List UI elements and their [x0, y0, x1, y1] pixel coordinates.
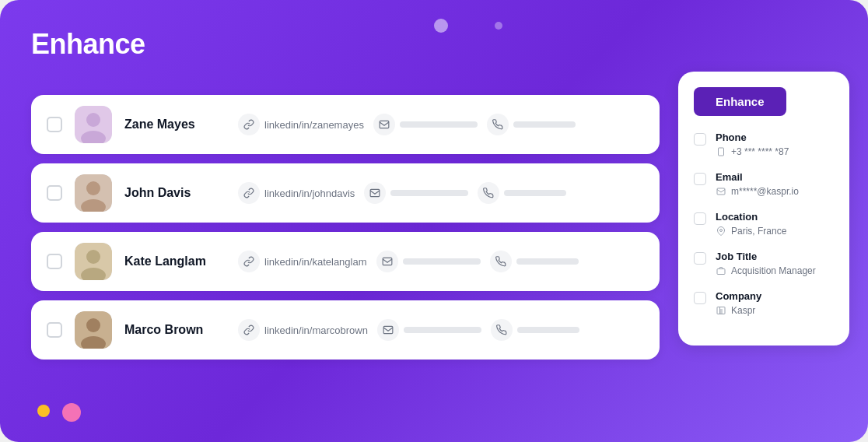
linkedin-item-3: linkedin/in/katelanglam [238, 251, 367, 272]
linkedin-item-4: linkedin/in/marcobrown [238, 319, 368, 341]
contact-name-3: Kate Langlam [124, 254, 226, 268]
linkedin-url-2: linkedin/in/johndavis [264, 188, 355, 199]
detail-jobtitle-value: Acquisition Manager [731, 265, 816, 276]
contact-card-4: Marco Brown linkedin/in/marcobrown [31, 300, 660, 360]
detail-phone-value-row: +3 *** **** *87 [716, 146, 834, 157]
decorative-dot-pink [62, 403, 81, 422]
contact-meta-3: linkedin/in/katelanglam [238, 251, 644, 272]
detail-location-content: Location Paris, France [716, 211, 834, 237]
contact-name-2: John Davis [124, 186, 226, 200]
svg-point-1 [86, 113, 100, 127]
detail-phone-checkbox[interactable] [694, 133, 706, 146]
contact-checkbox-3[interactable] [47, 254, 62, 269]
email-item-2 [364, 182, 468, 204]
decorative-dot-top-right [495, 22, 502, 30]
phone-bar-4 [517, 327, 579, 333]
contact-list: Zane Mayes linkedin/in/zanemayes [31, 95, 660, 360]
link-icon-3 [238, 251, 260, 272]
detail-email-value: m*****@kaspr.io [731, 186, 799, 197]
link-icon-1 [238, 114, 260, 135]
detail-phone-label: Phone [716, 132, 834, 143]
email-item-3 [376, 251, 481, 272]
contact-card-3: Kate Langlam linkedin/in/katelanglam [31, 232, 660, 291]
phone-item-4 [491, 319, 579, 341]
email-bar-2 [390, 190, 468, 196]
phone-bar-1 [513, 121, 576, 128]
contact-meta-4: linkedin/in/marcobrown [238, 319, 644, 341]
contact-checkbox-2[interactable] [47, 185, 62, 201]
link-icon-2 [238, 182, 260, 204]
app-container: Enhance Zane Mayes [0, 0, 868, 442]
detail-location-checkbox[interactable] [694, 212, 706, 225]
detail-jobtitle-value-row: Acquisition Manager [716, 265, 834, 276]
svg-rect-18 [717, 188, 725, 195]
svg-rect-3 [380, 121, 389, 128]
email-detail-icon [716, 186, 726, 197]
phone-icon-4 [491, 319, 513, 341]
email-icon-2 [364, 182, 386, 204]
email-item-1 [373, 114, 478, 135]
detail-jobtitle-content: Job Title Acquisition Manager [716, 251, 834, 276]
linkedin-url-3: linkedin/in/katelanglam [264, 256, 367, 268]
linkedin-url-1: linkedin/in/zanemayes [264, 119, 364, 131]
phone-icon-2 [478, 182, 499, 204]
detail-email-value-row: m*****@kaspr.io [716, 186, 834, 197]
svg-rect-15 [383, 326, 393, 333]
company-detail-icon [716, 305, 726, 316]
phone-icon-1 [487, 114, 509, 135]
detail-jobtitle-checkbox[interactable] [694, 252, 706, 265]
linkedin-item-2: linkedin/in/johndavis [238, 182, 355, 204]
contact-avatar-2 [75, 174, 112, 212]
detail-phone-section: Phone +3 *** **** *87 [694, 132, 834, 157]
contact-checkbox-1[interactable] [47, 117, 62, 132]
svg-point-19 [720, 230, 723, 232]
svg-rect-16 [719, 148, 724, 156]
phone-bar-2 [504, 190, 566, 196]
decorative-dot-yellow [37, 405, 50, 417]
linkedin-item-1: linkedin/in/zanemayes [238, 114, 364, 135]
phone-bar-3 [516, 258, 579, 265]
email-bar-1 [400, 121, 478, 128]
detail-phone-content: Phone +3 *** **** *87 [716, 132, 834, 157]
phone-icon-3 [490, 251, 512, 272]
detail-company-label: Company [716, 290, 834, 302]
detail-jobtitle-section: Job Title Acquisition Manager [694, 251, 834, 276]
detail-phone-value: +3 *** **** *87 [731, 146, 789, 157]
detail-company-value-row: Kaspr [716, 305, 834, 316]
contact-card-1: Zane Mayes linkedin/in/zanemayes [31, 95, 660, 154]
svg-point-9 [86, 250, 100, 264]
contact-name-4: Marco Brown [124, 323, 226, 337]
phone-detail-icon [716, 146, 726, 157]
svg-rect-11 [383, 258, 392, 265]
email-bar-3 [403, 258, 481, 265]
detail-email-content: Email m*****@kaspr.io [716, 171, 834, 197]
phone-item-1 [487, 114, 576, 135]
svg-rect-7 [371, 189, 380, 196]
contact-avatar-4 [75, 311, 112, 349]
contact-checkbox-4[interactable] [47, 322, 62, 338]
detail-company-value: Kaspr [731, 305, 755, 316]
contact-name-1: Zane Mayes [124, 118, 226, 132]
contact-avatar-3 [75, 243, 112, 280]
detail-jobtitle-label: Job Title [716, 251, 834, 262]
detail-company-content: Company Kaspr [716, 290, 834, 316]
contact-card-2: John Davis linkedin/in/johndavis [31, 163, 660, 223]
detail-email-label: Email [716, 171, 834, 183]
email-item-4 [377, 319, 481, 341]
detail-location-value: Paris, France [731, 226, 786, 237]
app-title: Enhance [31, 28, 145, 61]
detail-email-checkbox[interactable] [694, 173, 706, 185]
enhance-button[interactable]: Enhance [694, 87, 786, 116]
location-detail-icon [716, 226, 726, 237]
contact-meta-2: linkedin/in/johndavis [238, 182, 644, 204]
email-icon-4 [377, 319, 399, 341]
briefcase-detail-icon [716, 265, 726, 276]
phone-item-2 [478, 182, 566, 204]
detail-location-value-row: Paris, France [716, 226, 834, 237]
svg-point-13 [86, 318, 100, 332]
link-icon-4 [238, 319, 260, 341]
detail-location-label: Location [716, 211, 834, 223]
email-icon-1 [373, 114, 395, 135]
detail-company-checkbox[interactable] [694, 292, 706, 304]
detail-email-section: Email m*****@kaspr.io [694, 171, 834, 197]
